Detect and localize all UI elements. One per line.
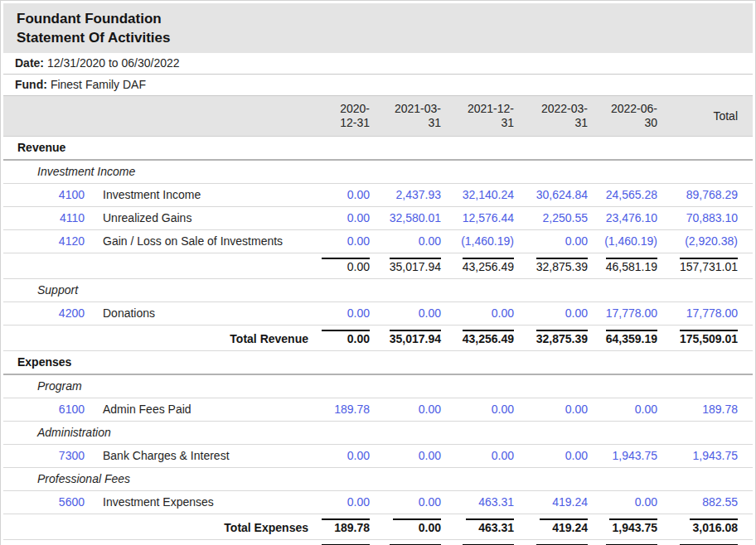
- row-label-cell: 4100Investment Income: [3, 184, 310, 207]
- cell-value: 0.00: [347, 234, 370, 248]
- cell-value: 1,943.75: [693, 449, 739, 462]
- cell-value: 12,576.44: [463, 211, 514, 224]
- value-cell: 1,943.75: [588, 514, 657, 540]
- statement-of-activities-table: 2020- 12-31 2021-03- 31 2021-12- 31 2022…: [3, 96, 753, 545]
- cell-value: 24,565.28: [606, 188, 657, 201]
- cell-value: 0.00: [347, 188, 370, 201]
- subsection-label: Professional Fees: [3, 472, 130, 485]
- cell-value: 419.24: [540, 518, 588, 535]
- value-cell: [370, 137, 441, 161]
- total-label: Total Revenue: [230, 332, 308, 345]
- cell-value: 0.00: [565, 403, 588, 416]
- row-label-cell: 4110Unrealized Gains: [3, 207, 310, 230]
- table-row: 4110Unrealized Gains0.0032,580.0112,576.…: [3, 207, 753, 230]
- account-name: Gain / Loss on Sale of Investments: [103, 234, 283, 248]
- row-label-cell: 4120Gain / Loss on Sale of Investments: [3, 230, 310, 253]
- value-cell: 89,768.29: [657, 184, 753, 207]
- cell-value: 35,017.94: [390, 258, 441, 274]
- table-row: Revenue: [3, 137, 753, 161]
- value-cell: [310, 279, 370, 302]
- subsection-label: Administration: [3, 426, 111, 439]
- table-row: Support: [3, 279, 753, 302]
- row-label-cell: 6100Admin Fees Paid: [3, 398, 310, 422]
- cell-value: 0.00: [419, 403, 441, 416]
- table-row: 5600Investment Expenses0.000.00463.31419…: [3, 491, 753, 514]
- account-number-link[interactable]: 4120: [3, 234, 85, 248]
- value-cell: 32,875.39: [514, 253, 588, 279]
- cell-value: 463.31: [466, 518, 514, 535]
- account-number-link[interactable]: 6100: [3, 403, 85, 417]
- value-cell: 0.00: [310, 230, 370, 253]
- value-cell: [441, 160, 514, 184]
- table-row: Administration: [3, 422, 753, 445]
- value-cell: 0.00: [370, 491, 441, 514]
- account-number-link[interactable]: 5600: [3, 495, 85, 509]
- cell-value: 23,476.10: [606, 211, 657, 224]
- value-cell: 172,492.93: [657, 540, 753, 545]
- value-cell: 35,017.94: [370, 253, 441, 279]
- value-cell: 43,256.49: [441, 326, 514, 351]
- account-name: Bank Charges & Interest: [103, 449, 230, 462]
- subsection-label: Program: [3, 379, 82, 393]
- value-cell: [588, 422, 657, 445]
- table-row: 0.0035,017.9443,256.4932,875.3946,581.19…: [3, 253, 753, 279]
- value-cell: 0.00: [310, 445, 370, 468]
- value-cell: [441, 468, 514, 491]
- value-cell: 189.78: [657, 398, 753, 422]
- table-row: Professional Fees: [3, 468, 753, 491]
- value-cell: 0.00: [441, 302, 514, 326]
- account-number-link[interactable]: 7300: [3, 449, 85, 463]
- organization-name: Foundant Foundation: [17, 9, 744, 28]
- cell-value: 0.00: [492, 306, 514, 320]
- account-number-link[interactable]: 4200: [3, 306, 85, 321]
- subsection-label: Support: [3, 283, 78, 297]
- fund-value: Finest Family DAF: [51, 78, 146, 91]
- value-cell: [588, 160, 657, 184]
- value-cell: 1,943.75: [588, 445, 657, 468]
- account-name: Donations: [103, 306, 155, 320]
- value-cell: [310, 422, 370, 445]
- cell-value: 0.00: [419, 234, 441, 248]
- value-cell: [657, 351, 753, 375]
- cell-value: 70,883.10: [686, 211, 738, 224]
- value-cell: (1,460.19): [588, 230, 657, 253]
- value-cell: 24,565.28: [588, 184, 657, 207]
- account-number-link[interactable]: 4100: [3, 188, 85, 202]
- cell-value: 35,017.94: [390, 330, 441, 346]
- cell-value: 17,778.00: [686, 306, 738, 320]
- value-cell: 0.00: [441, 398, 514, 422]
- value-cell: [370, 374, 441, 398]
- value-cell: (189.78): [310, 540, 370, 545]
- cell-value: 0.00: [419, 495, 441, 509]
- value-cell: [441, 137, 514, 161]
- total-label: Total Expenses: [224, 521, 308, 534]
- cell-value: 175,509.01: [680, 330, 738, 346]
- value-cell: [370, 160, 441, 184]
- cell-value: 0.00: [565, 449, 588, 462]
- value-cell: [657, 279, 753, 302]
- value-cell: [370, 279, 441, 302]
- cell-value: 0.00: [322, 330, 370, 346]
- cell-value: 1,943.75: [609, 518, 657, 535]
- cell-value: 157,731.01: [680, 258, 738, 274]
- cell-value: 189.78: [322, 518, 370, 535]
- cell-value: (2,920.38): [685, 234, 738, 248]
- value-cell: [514, 468, 588, 491]
- table-row: Change in Net Assets(189.78)35,017.9442,…: [3, 540, 753, 545]
- value-cell: 175,509.01: [657, 326, 753, 351]
- column-header: 2021-12- 31: [441, 96, 514, 137]
- cell-value: 0.00: [393, 518, 441, 535]
- value-cell: [514, 279, 588, 302]
- cell-value: 0.00: [347, 211, 370, 224]
- account-name: Admin Fees Paid: [103, 403, 191, 416]
- cell-value: 46,581.19: [606, 258, 657, 274]
- account-number-link[interactable]: 4110: [3, 211, 85, 225]
- fund-row: Fund:Finest Family DAF: [3, 75, 753, 96]
- value-cell: 32,140.24: [441, 184, 514, 207]
- value-cell: 0.00: [441, 445, 514, 468]
- table-row: 6100Admin Fees Paid189.780.000.000.000.0…: [3, 398, 753, 422]
- column-header: 2021-03- 31: [370, 96, 441, 137]
- cell-value: (1,460.19): [461, 234, 514, 248]
- value-cell: [310, 160, 370, 184]
- value-cell: 463.31: [441, 491, 514, 514]
